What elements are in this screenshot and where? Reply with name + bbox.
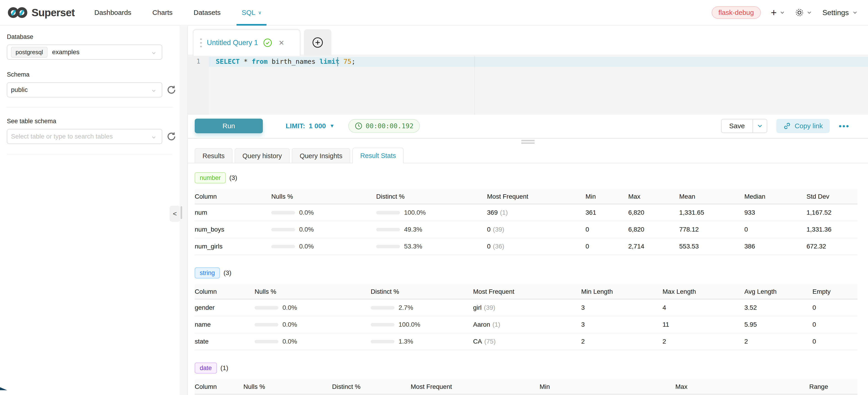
limit-dropdown[interactable]: LIMIT: 1 000 ▼ [286, 122, 335, 130]
stat-value-cell: 553.53 [679, 243, 744, 250]
nav-item-dashboards[interactable]: Dashboards [84, 0, 142, 25]
type-badge-number: number [195, 172, 226, 183]
column-header: Std Dev [807, 193, 858, 200]
percentage-label: 49.3% [404, 226, 422, 233]
collapse-sidebar-button[interactable]: < [169, 206, 180, 222]
nav-item-sql[interactable]: SQL∨ [231, 0, 272, 25]
drag-handle-icon[interactable] [200, 38, 202, 47]
superset-brand[interactable]: Superset [0, 6, 84, 19]
stats-table-string: ColumnNulls %Distinct %Most FrequentMin … [195, 284, 858, 350]
query-tab[interactable]: Untitled Query 1 ✕ [193, 29, 300, 56]
stats-section-string: string(3)ColumnNulls %Distinct %Most Fre… [195, 268, 858, 350]
close-tab-icon[interactable]: ✕ [279, 39, 284, 47]
sql-editor[interactable]: 1 SELECT * from birth_names limit 75; [188, 56, 868, 115]
percentage-bar-cell: 0.0% [271, 226, 376, 233]
caret-down-icon: ▼ [330, 123, 335, 129]
stats-section-date: date(1)ColumnNulls %Distinct %Most Frequ… [195, 363, 858, 395]
sidebar-scrollbar-thumb[interactable] [181, 206, 182, 219]
refresh-schemas-button[interactable] [166, 85, 177, 95]
pane-resize-handle[interactable] [521, 140, 534, 145]
nav-item-datasets[interactable]: Datasets [183, 0, 231, 25]
nav-item-charts[interactable]: Charts [142, 0, 183, 25]
most-frequent-cell: girl(39) [473, 304, 581, 311]
sql-token-plain: * [240, 58, 252, 65]
theme-toggle[interactable] [795, 8, 812, 17]
navbar-right: flask-debug + Settings [712, 6, 868, 19]
column-header: Distinct % [371, 288, 473, 295]
result-tab-query-insights[interactable]: Query Insights [292, 148, 350, 163]
most-frequent-cell: CA(75) [473, 338, 581, 345]
progress-bar [371, 323, 395, 327]
most-frequent-cell: 0(36) [487, 243, 586, 250]
chevron-down-icon [806, 9, 812, 16]
table-row: gender0.0%2.7%girl(39)343.520 [195, 299, 858, 316]
stat-value-cell: 11 [662, 321, 744, 328]
chevron-down-icon [151, 50, 157, 56]
column-header: Column [195, 193, 271, 200]
progress-bar [271, 245, 295, 248]
sqllab-left-sidebar: Database postgresql examples Schema publ… [0, 26, 179, 395]
sql-token-plain: ; [351, 58, 355, 65]
progress-bar [371, 340, 395, 343]
stat-value-cell: 2 [581, 338, 662, 345]
more-actions-button[interactable]: ••• [839, 122, 850, 130]
timer-value: 00:00:00.192 [366, 122, 414, 130]
percentage-label: 0.0% [299, 243, 314, 250]
sql-token-number: 75 [343, 58, 351, 65]
progress-bar [376, 245, 400, 248]
result-tab-results[interactable]: Results [195, 148, 232, 163]
chevron-down-icon [852, 9, 858, 16]
chevron-down-icon [779, 9, 785, 16]
stat-value-cell: 0 [586, 226, 628, 233]
save-options-button[interactable] [752, 119, 767, 132]
column-header: Distinct % [376, 193, 487, 200]
pane-divider [188, 138, 868, 139]
most-frequent-count: (1) [493, 321, 500, 328]
schema-select[interactable]: public [7, 82, 162, 97]
run-button[interactable]: Run [195, 119, 263, 133]
progress-bar [255, 323, 278, 327]
copy-link-label: Copy link [795, 122, 823, 130]
table-row: name0.0%100.0%Aaron(1)3115.950 [195, 316, 858, 333]
column-header: Nulls % [243, 383, 332, 390]
stat-value-cell: 933 [744, 209, 807, 216]
percentage-label: 0.0% [282, 304, 297, 311]
stat-value-cell: 2 [744, 338, 812, 345]
type-badge-string: string [195, 268, 220, 278]
sql-token-plain: birth_names [268, 58, 319, 65]
settings-menu[interactable]: Settings [822, 8, 858, 17]
table-select[interactable]: Select table or type to search tables [7, 129, 162, 144]
most-frequent-value: girl [473, 304, 482, 311]
column-header: Nulls % [255, 288, 371, 295]
database-select[interactable]: postgresql examples [7, 44, 162, 60]
column-header: Max [675, 383, 809, 390]
sql-code-line[interactable]: SELECT * from birth_names limit 75; [216, 58, 355, 65]
type-badge-date: date [195, 363, 217, 373]
progress-bar [271, 228, 295, 231]
save-split-button: Save [721, 119, 767, 133]
stat-value-cell: 1,331.36 [807, 226, 858, 233]
new-menu[interactable]: + [771, 7, 785, 18]
sqllab-main-panel: Untitled Query 1 ✕ 1 SELECT * from birth… [188, 26, 868, 395]
column-header: Most Frequent [487, 193, 586, 200]
refresh-tables-button[interactable] [166, 131, 177, 142]
brand-name: Superset [32, 6, 75, 19]
results-tabbar: ResultsQuery historyQuery InsightsResult… [195, 148, 406, 163]
result-tab-query-history[interactable]: Query history [235, 148, 289, 163]
result-tab-result-stats[interactable]: Result Stats [352, 148, 404, 163]
new-query-tab-button[interactable] [304, 29, 331, 56]
save-button[interactable]: Save [721, 119, 752, 132]
type-count: (3) [223, 269, 231, 277]
column-header: Mean [679, 193, 744, 200]
stat-value-cell: 386 [744, 243, 807, 250]
panel-resize-gutter[interactable] [180, 26, 187, 395]
table-schema-label: See table schema [7, 118, 179, 125]
copy-link-button[interactable]: Copy link [776, 119, 830, 133]
most-frequent-count: (75) [484, 338, 496, 345]
percentage-label: 100.0% [404, 209, 426, 216]
stat-value-cell: 2,714 [628, 243, 679, 250]
stat-value-cell: 1,331.65 [679, 209, 744, 216]
column-header: Median [744, 193, 807, 200]
table-header-row: ColumnNulls %Distinct %Most FrequentMinM… [195, 379, 858, 395]
stat-value-cell: 3 [581, 304, 662, 311]
